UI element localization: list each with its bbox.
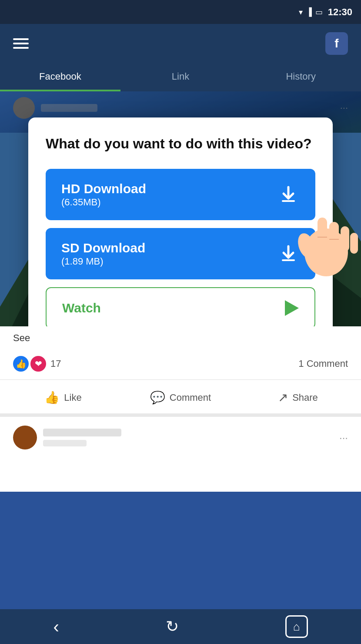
post-reactions-area: See 👍 ❤ 17 1 Comment 👍 Like [0,326,361,413]
home-icon: ⌂ [293,620,300,634]
comment-icon: 💬 [150,390,165,405]
sd-download-label: SD Download [61,240,145,256]
tab-history[interactable]: History [241,63,361,90]
share-button[interactable]: ↗ Share [239,383,357,412]
reactions-left: 👍 ❤ 17 [13,356,61,372]
background-image: ··· What do you want to do with this vid… [0,91,361,413]
like-reaction: 👍 [13,356,29,372]
dialog-modal: What do you want to do with this video? … [28,117,333,346]
second-post: ··· [0,413,361,492]
second-post-header: ··· [0,417,361,454]
sd-download-icon [277,242,300,265]
home-button[interactable]: ⌂ [285,615,308,638]
tab-link[interactable]: Link [120,63,241,90]
comment-button[interactable]: 💬 Comment [122,383,239,412]
post-reactions: 👍 ❤ 17 1 Comment [0,348,361,380]
hd-download-button[interactable]: HD Download (6.35MB) [46,169,315,220]
see-more-text: See [13,332,30,343]
share-icon: ↗ [278,390,288,405]
status-icons: ▾ ▐ ▭ [299,7,323,17]
signal-icon: ▐ [306,7,312,17]
top-bar: f [0,24,361,63]
love-reaction: ❤ [30,356,46,372]
second-post-info [43,429,121,446]
sd-download-size: (1.89 MB) [61,256,145,267]
hamburger-line [13,38,29,40]
refresh-button[interactable]: ↻ [166,617,179,636]
facebook-icon: f [325,32,348,55]
second-post-meta [43,440,87,446]
like-label: Like [64,392,81,403]
hamburger-line [13,47,29,49]
post-actions: 👍 Like 💬 Comment ↗ Share [0,380,361,413]
svg-rect-12 [350,233,358,254]
svg-rect-11 [341,226,349,252]
sd-download-button[interactable]: SD Download (1.89 MB) [46,228,315,279]
comment-label: Comment [170,392,211,403]
hd-download-label: HD Download [61,181,146,197]
battery-icon: ▭ [315,7,323,17]
sd-download-text: SD Download (1.89 MB) [61,240,145,267]
reaction-icons: 👍 ❤ [13,356,46,372]
hd-download-icon [277,183,300,206]
hd-download-size: (6.35MB) [61,197,146,208]
like-icon: 👍 [44,390,60,405]
back-button[interactable]: ‹ [53,617,59,637]
hd-download-text: HD Download (6.35MB) [61,181,146,208]
svg-rect-10 [329,222,339,250]
wifi-icon: ▾ [299,7,303,17]
status-bar: ▾ ▐ ▭ 12:30 [0,0,361,24]
menu-button[interactable] [13,38,29,49]
see-more-container: See [0,326,361,348]
hamburger-line [13,43,29,44]
second-post-name [43,429,121,436]
clock: 12:30 [328,7,352,18]
tab-facebook[interactable]: Facebook [0,63,120,90]
tab-bar: Facebook Link History [0,63,361,91]
svg-rect-6 [282,259,295,261]
comment-count: 1 Comment [298,358,348,369]
watch-button[interactable]: Watch [46,287,315,329]
bottom-navigation: ‹ ↻ ⌂ [0,609,361,644]
like-button[interactable]: 👍 Like [4,383,122,412]
second-post-avatar [13,426,37,449]
svg-rect-5 [282,200,295,202]
content-area: ··· What do you want to do with this vid… [0,91,361,622]
watch-label: Watch [62,301,101,315]
play-icon [285,300,299,316]
share-label: Share [292,392,318,403]
svg-rect-9 [318,218,327,248]
modal-title: What do you want to do with this video? [46,135,315,153]
second-post-dots: ··· [339,432,348,444]
reaction-count: 17 [50,358,61,369]
